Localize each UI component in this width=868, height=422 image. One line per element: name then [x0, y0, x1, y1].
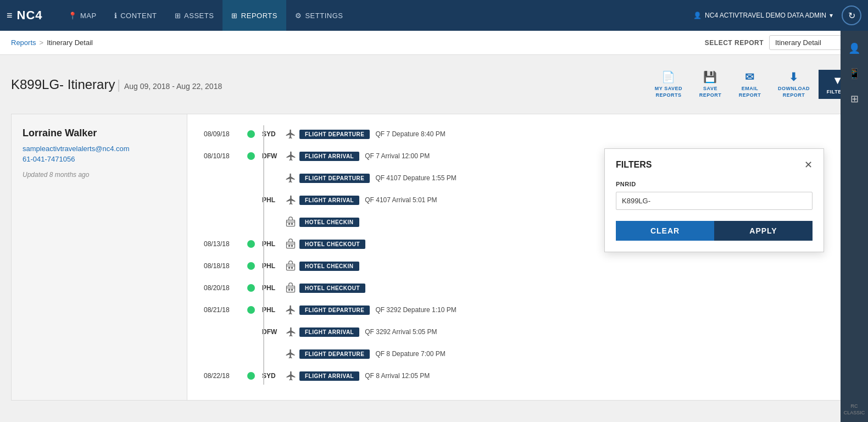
svg-point-2 — [291, 223, 293, 225]
chevron-down-icon: ▾ — [830, 12, 833, 19]
event-badge: FLIGHT ARRIVAL — [299, 371, 359, 381]
timeline-dot — [247, 306, 255, 314]
timeline-dot-area — [243, 284, 259, 292]
pnrid-input[interactable] — [616, 192, 813, 210]
mobile-icon: 📱 — [848, 68, 860, 80]
filters-header: FILTERS ✕ — [616, 160, 813, 170]
refresh-button[interactable]: ↻ — [842, 5, 861, 25]
breadcrumb-reports-link[interactable]: Reports — [11, 38, 36, 47]
event-badge: FLIGHT DEPARTURE — [299, 349, 370, 359]
timeline-row: DFW FLIGHT ARRIVALQF 3292 Arrival 5:05 P… — [204, 323, 840, 341]
svg-rect-9 — [287, 286, 295, 292]
email-icon: ✉ — [745, 70, 755, 84]
nav-settings[interactable]: ⚙ SETTINGS — [286, 0, 352, 31]
event-badge: FLIGHT ARRIVAL — [299, 196, 359, 205]
email-report-button[interactable]: ✉ EMAILREPORT — [731, 66, 769, 103]
timeline-date: 08/21/18 — [204, 306, 243, 314]
select-report-area: SELECT REPORT Itinerary Detail — [705, 35, 857, 50]
timeline-airport: SYD — [262, 372, 282, 380]
timeline-airport: PHL — [262, 240, 282, 248]
top-navigation: ≡ NC4 📍 MAP ℹ CONTENT ⊞ ASSETS ⊞ REPORTS… — [0, 0, 868, 31]
filters-panel: FILTERS ✕ PNRID CLEAR APPLY — [604, 148, 824, 252]
timeline-dot-area — [243, 152, 259, 160]
select-report-label: SELECT REPORT — [705, 39, 764, 47]
filters-close-button[interactable]: ✕ — [804, 160, 813, 170]
timeline-dot-area — [243, 372, 259, 380]
timeline-dot-area — [243, 130, 259, 138]
timeline-event-icon — [282, 282, 299, 293]
download-report-button[interactable]: ⬇ DOWNLOADREPORT — [770, 66, 817, 103]
nav-content[interactable]: ℹ CONTENT — [105, 0, 166, 31]
breadcrumb: Reports > Itinerary Detail — [11, 38, 93, 47]
timeline-airport: DFW — [262, 328, 282, 336]
breadcrumb-separator: > — [40, 38, 44, 47]
report-title: K899LG- Itinerary | Aug 09, 2018 - Aug 2… — [11, 77, 222, 92]
event-badge: FLIGHT DEPARTURE — [299, 306, 370, 315]
right-sidebar-grid-btn[interactable]: ⊞ — [842, 87, 866, 111]
nav-logo[interactable]: ≡ NC4 — [7, 8, 43, 23]
timeline-event-icon — [282, 238, 299, 249]
clear-button[interactable]: CLEAR — [616, 221, 714, 241]
report-header: K899LG- Itinerary | Aug 09, 2018 - Aug 2… — [11, 66, 857, 103]
timeline-date: 08/20/18 — [204, 284, 243, 292]
right-sidebar-mobile-btn[interactable]: 📱 — [842, 62, 866, 86]
saved-reports-icon: 📄 — [661, 70, 676, 84]
save-icon: 💾 — [703, 70, 717, 84]
breadcrumb-bar: Reports > Itinerary Detail SELECT REPORT… — [0, 31, 868, 55]
event-detail: QF 7 Arrival 12:00 PM — [365, 152, 430, 160]
event-detail: QF 7 Depature 8:40 PM — [375, 130, 445, 138]
nav-reports[interactable]: ⊞ REPORTS — [222, 0, 286, 31]
refresh-icon: ↻ — [848, 10, 855, 21]
svg-point-5 — [291, 245, 293, 247]
my-saved-reports-button[interactable]: 📄 MY SAVEDREPORTS — [647, 66, 690, 103]
timeline-row: FLIGHT DEPARTUREQF 8 Depature 7:00 PM — [204, 345, 840, 363]
assets-icon: ⊞ — [175, 12, 181, 20]
event-badge: HOTEL CHECKOUT — [299, 240, 365, 249]
download-icon: ⬇ — [789, 70, 799, 84]
right-sidebar-person-btn[interactable]: 👤 — [842, 36, 866, 60]
save-report-button[interactable]: 💾 SAVEREPORT — [691, 66, 730, 103]
person-icon: 👤 — [848, 42, 860, 54]
timeline-date: 08/22/18 — [204, 372, 243, 380]
svg-point-7 — [288, 267, 290, 269]
map-icon: 📍 — [68, 12, 77, 20]
timeline-dot — [247, 284, 255, 292]
timeline-date: 08/13/18 — [204, 240, 243, 248]
timeline-dot — [247, 240, 255, 248]
traveler-phone[interactable]: 61-041-7471056 — [23, 155, 176, 163]
timeline-dot-area — [243, 306, 259, 314]
timeline-airport: PHL — [262, 196, 282, 204]
grid-icon: ⊞ — [850, 93, 859, 105]
user-icon: 👤 — [693, 12, 702, 19]
title-divider: | — [117, 77, 124, 92]
report-title-text: K899LG- Itinerary — [11, 77, 115, 92]
timeline-dot — [247, 152, 255, 160]
user-menu[interactable]: 👤 NC4 ACTIVTRAVEL DEMO DATA ADMIN ▾ — [693, 12, 833, 19]
timeline-date: 08/18/18 — [204, 262, 243, 270]
apply-button[interactable]: APPLY — [714, 221, 813, 241]
event-detail: QF 3292 Arrival 5:05 PM — [365, 328, 437, 336]
timeline-date: 08/09/18 — [204, 130, 243, 138]
timeline-row: 08/21/18PHL FLIGHT DEPARTUREQF 3292 Depa… — [204, 301, 840, 319]
timeline-row: 08/20/18PHL HOTEL CHECKOUT — [204, 279, 840, 297]
nav-map[interactable]: 📍 MAP — [59, 0, 105, 31]
nav-assets[interactable]: ⊞ ASSETS — [166, 0, 223, 31]
timeline-row: 08/18/18PHL HOTEL CHECKIN — [204, 257, 840, 275]
timeline-dot-area — [243, 262, 259, 270]
timeline-airport: SYD — [262, 130, 282, 138]
right-sidebar: 👤 📱 ⊞ RCCLASSIC — [841, 31, 868, 412]
timeline-event-icon — [282, 370, 299, 381]
info-icon: ℹ — [114, 12, 118, 20]
timeline-event-icon — [282, 151, 299, 162]
timeline-date: 08/10/18 — [204, 152, 243, 160]
filter-buttons: CLEAR APPLY — [616, 221, 813, 241]
svg-point-11 — [291, 289, 293, 291]
svg-point-1 — [288, 223, 290, 225]
timeline-row: 08/09/18SYD FLIGHT DEPARTUREQF 7 Depatur… — [204, 125, 840, 143]
timeline-row: 08/22/18SYD FLIGHT ARRIVALQF 8 Arrival 1… — [204, 367, 840, 385]
event-detail: QF 8 Depature 7:00 PM — [375, 350, 445, 358]
traveler-email[interactable]: sampleactivtravelalerts@nc4.com — [23, 145, 176, 153]
timeline-event-icon — [282, 195, 299, 206]
report-actions: 📄 MY SAVEDREPORTS 💾 SAVEREPORT ✉ EMAILRE… — [647, 66, 857, 103]
traveler-name: Lorraine Walker — [23, 127, 176, 139]
